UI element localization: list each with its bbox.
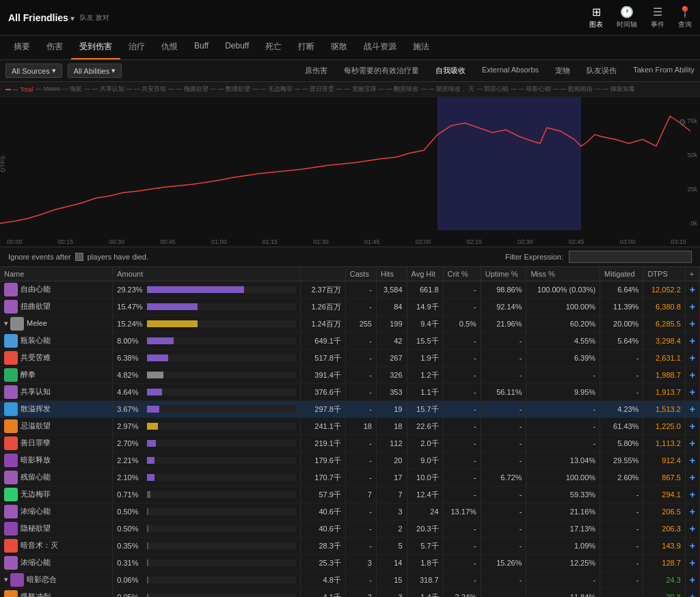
col-hits[interactable]: Hits: [376, 267, 407, 281]
add-button-10[interactable]: +: [690, 455, 695, 466]
table-row[interactable]: 共享认知 4.64% 376.6千-3531.1千-56.11%9.95%-1,…: [0, 384, 700, 401]
add-button-0[interactable]: +: [690, 284, 695, 295]
table-row[interactable]: 扭曲欲望 15.47% 1.26百万-8414.9千-92.14%100.00%…: [0, 298, 700, 316]
nav-tab-战斗资源[interactable]: 战斗资源: [355, 36, 405, 59]
cell-casts-10: -: [345, 452, 376, 469]
table-row[interactable]: 残留心能 2.10% 170.7千-1710.0千-6.72%100.00%2.…: [0, 469, 700, 486]
nav-tab-死亡[interactable]: 死亡: [257, 36, 290, 59]
nav-tab-施法[interactable]: 施法: [405, 36, 438, 59]
table-row[interactable]: 醉拳 4.82% 391.4千-3261.2千----1,988.7+: [0, 367, 700, 384]
add-button-4[interactable]: +: [690, 352, 695, 363]
col-casts[interactable]: Casts: [345, 267, 376, 281]
filter-label-2[interactable]: 自我吸收: [435, 66, 466, 76]
col-uptime[interactable]: Uptime %: [481, 267, 526, 281]
table-row[interactable]: 共受苦难 6.38% 517.8千-2671.9千--6.39%-2,631.1…: [0, 350, 700, 367]
col-mitigated[interactable]: Mitigated: [600, 267, 643, 281]
add-button-2[interactable]: +: [690, 318, 695, 329]
col-amount-val[interactable]: [300, 267, 345, 281]
table-row[interactable]: 无边梅菲 0.71% 57.9千7712.4千--59.33%-294.1+: [0, 486, 700, 503]
nav-tab-驱散[interactable]: 驱散: [323, 36, 355, 59]
nav-tab-治疗[interactable]: 治疗: [120, 36, 153, 59]
table-row[interactable]: ▾Melee 15.24% 1.24百万2551999.4千0.5%21.96%…: [0, 316, 700, 333]
header-icon-图表[interactable]: ⊞图表: [589, 5, 603, 29]
sources-filter[interactable]: All Sources ▾: [5, 64, 62, 78]
table-row[interactable]: ▾暗影恋合 0.06% 4.8千-15318.7----24.3+: [0, 572, 700, 589]
cell-bar-18: 0.05%: [113, 589, 301, 598]
nav-tab-打断[interactable]: 打断: [290, 36, 323, 59]
table-row[interactable]: 瓶装心能 8.00% 649.1千-4215.5千--4.55%5.64%3,2…: [0, 333, 700, 350]
cell-miss-1: 100.00%: [526, 298, 600, 316]
nav-tab-受到伤害[interactable]: 受到伤害: [71, 36, 120, 59]
add-button-9[interactable]: +: [690, 438, 695, 449]
nav-tab-伤害[interactable]: 伤害: [38, 36, 71, 59]
add-button-16[interactable]: +: [690, 557, 695, 568]
cell-amount-7: 297.8千: [300, 401, 345, 418]
cell-amount-8: 241.1千: [300, 418, 345, 435]
filter-label-0[interactable]: 原伤害: [305, 66, 327, 76]
add-button-7[interactable]: +: [690, 404, 695, 415]
cell-amount-3: 649.1千: [300, 333, 345, 350]
table-row[interactable]: 散溢挥发 3.67% 297.8千-1915.7千---4.23%1,513.2…: [0, 401, 700, 418]
page-title[interactable]: All Friendlies: [8, 12, 68, 23]
cell-uptime-7: -: [481, 401, 526, 418]
cell-dtps-4: 2,631.1: [643, 350, 685, 367]
cell-bar-15: 0.35%: [113, 538, 301, 555]
add-button-11[interactable]: +: [690, 472, 695, 483]
cell-bar-17: 0.06%: [113, 572, 301, 589]
cell-miss-16: 12.25%: [526, 555, 600, 572]
cell-amount-9: 219.1千: [300, 435, 345, 452]
filter-label-5[interactable]: 队友误伤: [587, 66, 617, 76]
cell-mitigated-14: -: [600, 520, 643, 538]
add-button-3[interactable]: +: [690, 335, 695, 346]
add-button-5[interactable]: +: [690, 370, 695, 380]
table-header-row: Name Amount Casts Hits Avg Hit Crit % Up…: [0, 267, 700, 281]
filter-label-6[interactable]: Taken From Ability: [633, 66, 695, 76]
nav-tab-摘要[interactable]: 摘要: [5, 36, 38, 59]
filter-expression-input[interactable]: [569, 251, 692, 263]
filter-label-3[interactable]: External Absorbs: [482, 66, 539, 76]
cell-mitigated-7: 4.23%: [600, 401, 643, 418]
table-row[interactable]: 浓缩心能 0.31% 25.3千3141.8千-15.26%12.25%-128…: [0, 555, 700, 572]
add-button-6[interactable]: +: [690, 387, 695, 398]
table-row[interactable]: 忌溢欲望 2.97% 241.1千181822.6千---61.43%1,225…: [0, 418, 700, 435]
table-row[interactable]: 浓缩心能 0.50% 40.6千-32413.17%-21.16%-206.5+: [0, 503, 700, 520]
header-icon-事件[interactable]: ☰事件: [651, 5, 664, 29]
col-miss[interactable]: Miss %: [526, 267, 600, 281]
table-row[interactable]: 暗影释放 2.21% 179.6千-209.0千--13.04%29.55%91…: [0, 452, 700, 469]
table-row[interactable]: 爆怒冲刺 0.05% 4.1千231.4千2.24%-11.84%-20.8+: [0, 589, 700, 598]
table-row[interactable]: 暗音术：灭 0.35% 28.3千-55.7千--1.09%-143.9+: [0, 538, 700, 555]
add-button-14[interactable]: +: [690, 523, 695, 534]
col-avg-hit[interactable]: Avg Hit: [407, 267, 443, 281]
cell-uptime-15: -: [481, 538, 526, 555]
nav-tab-Debuff[interactable]: Debuff: [217, 36, 257, 59]
cell-name-4: 共受苦难: [0, 350, 113, 367]
add-button-17[interactable]: +: [690, 574, 695, 585]
add-button-8[interactable]: +: [690, 421, 695, 432]
table-row[interactable]: 自由心能 29.23% 2.37百万-3,584661.8-98.86%100.…: [0, 281, 700, 298]
header-icon-时间轴[interactable]: 🕐时间轴: [617, 5, 637, 29]
chart-settings-icon[interactable]: ⚙: [679, 117, 686, 127]
add-button-18[interactable]: +: [690, 592, 695, 597]
add-button-12[interactable]: +: [690, 489, 695, 500]
add-button-15[interactable]: +: [690, 540, 695, 551]
table-row[interactable]: 隐秘欲望 0.50% 40.6千-220.3千--17.13%-206.3+: [0, 520, 700, 538]
ignore-checkbox[interactable]: [75, 253, 83, 261]
nav-tab-Buff[interactable]: Buff: [186, 36, 217, 59]
add-button-13[interactable]: +: [690, 506, 695, 517]
cell-uptime-11: 6.72%: [481, 469, 526, 486]
header-icon-查询[interactable]: 📍查询: [678, 5, 692, 29]
col-crit[interactable]: Crit %: [443, 267, 481, 281]
ignore-left: Ignore events after players have died.: [8, 253, 148, 261]
cell-casts-6: -: [345, 384, 376, 401]
col-dtps[interactable]: DTPS: [643, 267, 685, 281]
nav-tab-仇恨[interactable]: 仇恨: [153, 36, 186, 59]
cell-crit-6: -: [443, 384, 481, 401]
table-row[interactable]: 善日罪孽 2.70% 219.1千-1122.0千---5.80%1,113.2…: [0, 435, 700, 452]
add-button-1[interactable]: +: [690, 301, 695, 312]
abilities-filter[interactable]: All Abilities ▾: [68, 64, 122, 78]
cell-uptime-1: 92.14%: [481, 298, 526, 316]
filter-label-1[interactable]: 每秒需要的有效治疗量: [344, 66, 419, 76]
col-amount[interactable]: Amount: [113, 267, 301, 281]
filter-label-4[interactable]: 宠物: [555, 66, 570, 76]
col-name[interactable]: Name: [0, 267, 113, 281]
